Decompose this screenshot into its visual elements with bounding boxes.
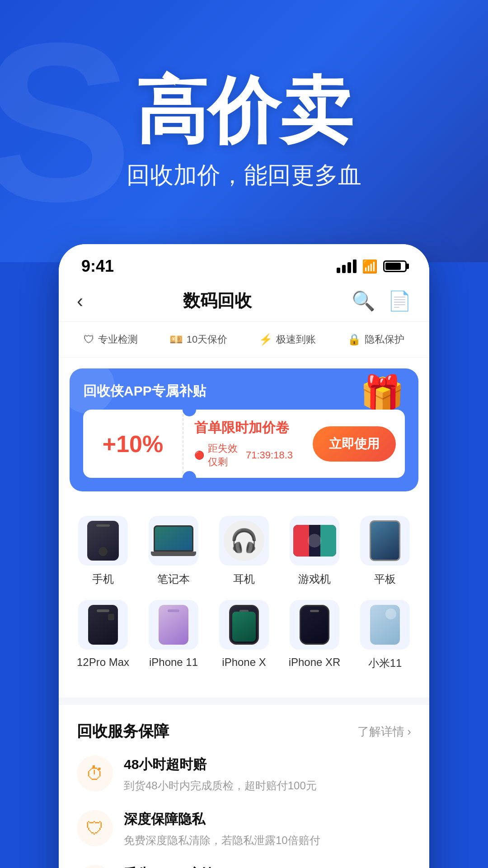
coupon-discount-section: +10% <box>83 417 183 471</box>
earphone-category-image: 🎧 <box>219 516 269 566</box>
hero-title: 高价卖 <box>136 71 352 151</box>
category-iphonexr-label: iPhone XR <box>289 656 341 669</box>
status-time: 9:41 <box>81 257 114 276</box>
iphonexr-image <box>290 600 339 650</box>
signal-icon <box>337 259 357 273</box>
guarantee-content-1: 48小时超时赔 到货48小时内完成质检，超时赔付100元 <box>124 755 317 794</box>
promo-label: 回收侠APP专属补贴 <box>83 382 405 401</box>
phone-category-image <box>78 516 128 566</box>
category-phone[interactable]: 手机 <box>68 516 138 586</box>
chevron-right-icon: › <box>407 725 411 739</box>
guarantee-title: 回收服务保障 <box>77 721 169 742</box>
badge-privacy: 🔒 隐私保护 <box>347 333 404 346</box>
guarantee-content-3: 丢失100%赔付 快递丢失保障赔付 <box>124 865 213 868</box>
guarantee-content-2: 深度保障隐私 免费深度隐私清除，若隐私泄露10倍赔付 <box>124 810 320 849</box>
timer-dot-icon: 🔴 <box>194 450 204 460</box>
promo-banner: 🎁 回收侠APP专属补贴 +10% 首单限时加价卷 🔴 距失效仅剩 71:39:… <box>70 368 418 491</box>
category-tablet[interactable]: 平板 <box>350 516 420 586</box>
xiaomi11-image <box>360 600 410 650</box>
category-iphonex-label: iPhone X <box>222 656 266 669</box>
badge-privacy-label: 隐私保护 <box>365 333 404 346</box>
lightning-icon: ⚡ <box>259 333 272 346</box>
badge-price-guarantee: 💴 10天保价 <box>169 333 227 346</box>
category-game[interactable]: 游戏机 <box>279 516 350 586</box>
guarantee-icon-2: 🛡 <box>77 810 113 846</box>
gift-decoration: 🎁 <box>360 373 405 415</box>
feature-badges: 🛡 专业检测 💴 10天保价 ⚡ 极速到账 🔒 隐私保护 <box>59 322 429 358</box>
guarantee-item-desc-2: 免费深度隐私清除，若隐私泄露10倍赔付 <box>124 832 320 849</box>
game-category-image <box>290 516 339 566</box>
category-laptop[interactable]: 笔记本 <box>138 516 209 586</box>
guarantee-header: 回收服务保障 了解详情 › <box>77 721 411 742</box>
lock-icon: 🔒 <box>347 333 361 346</box>
status-bar: 9:41 📶 <box>59 244 429 280</box>
badge-professional: 🛡 专业检测 <box>84 333 138 346</box>
nav-icons: 🔍 📄 <box>352 290 411 312</box>
status-icons: 📶 <box>337 259 407 274</box>
category-12promax[interactable]: 12Pro Max <box>68 600 138 670</box>
nav-title: 数码回收 <box>183 289 252 312</box>
coupon-card: +10% 首单限时加价卷 🔴 距失效仅剩 71:39:18.3 立即使用 <box>83 410 405 478</box>
category-iphonexr[interactable]: iPhone XR <box>279 600 350 670</box>
guarantee-item-title-2: 深度保障隐私 <box>124 810 320 829</box>
use-coupon-button[interactable]: 立即使用 <box>313 426 396 462</box>
phone-mockup: 9:41 📶 ‹ 数码回收 🔍 📄 <box>59 244 429 868</box>
laptop-category-image <box>149 516 198 566</box>
badge-fast-payment: ⚡ 极速到账 <box>259 333 316 346</box>
guarantee-icon-1: ⏱ <box>77 755 113 792</box>
category-tablet-label: 平板 <box>374 572 396 586</box>
guarantee-item-3: 📦 丢失100%赔付 快递丢失保障赔付 <box>77 865 411 868</box>
section-divider <box>59 698 429 705</box>
category-12promax-label: 12Pro Max <box>77 656 129 669</box>
category-iphonex[interactable]: iPhone X <box>209 600 279 670</box>
badge-price-label: 10天保价 <box>187 333 227 346</box>
nav-bar: ‹ 数码回收 🔍 📄 <box>59 280 429 322</box>
guarantee-item-desc-1: 到货48小时内完成质检，超时赔付100元 <box>124 778 317 794</box>
battery-icon <box>383 260 407 272</box>
category-game-label: 游戏机 <box>298 572 331 586</box>
category-earphone-label: 耳机 <box>233 572 255 586</box>
category-xiaomi11-label: 小米11 <box>368 656 402 670</box>
yuan-icon: 💴 <box>169 333 183 346</box>
category-phone-label: 手机 <box>92 572 114 586</box>
coupon-title: 首单限时加价卷 <box>194 419 293 437</box>
guarantee-more-link[interactable]: 了解详情 › <box>357 724 411 740</box>
document-icon[interactable]: 📄 <box>388 290 411 312</box>
guarantee-icon-3: 📦 <box>77 865 113 868</box>
badge-fast-label: 极速到账 <box>276 333 316 346</box>
shield-icon: 🛡 <box>86 818 104 839</box>
hero-subtitle: 回收加价，能回更多血 <box>127 160 361 191</box>
clock-icon: ⏱ <box>86 764 104 784</box>
guarantee-item-1: ⏱ 48小时超时赔 到货48小时内完成质检，超时赔付100元 <box>77 755 411 794</box>
category-xiaomi11[interactable]: 小米11 <box>350 600 420 670</box>
iphone11-image <box>149 600 198 650</box>
timer-value: 71:39:18.3 <box>246 449 293 461</box>
category-laptop-label: 笔记本 <box>157 572 190 586</box>
category-iphone11[interactable]: iPhone 11 <box>138 600 209 670</box>
guarantee-section: 回收服务保障 了解详情 › ⏱ 48小时超时赔 到货48小时内完成质检，超时赔付… <box>59 705 429 868</box>
coupon-discount-text: +10% <box>103 431 163 457</box>
guarantee-item-title-1: 48小时超时赔 <box>124 755 317 774</box>
hero-section: 高价卖 回收加价，能回更多血 <box>0 0 488 262</box>
tablet-category-image <box>360 516 410 566</box>
coupon-timer: 🔴 距失效仅剩 71:39:18.3 <box>194 442 293 469</box>
main-category-grid: 手机 笔记本 🎧 耳机 <box>68 516 420 684</box>
guarantee-item-title-3: 丢失100%赔付 <box>124 865 213 868</box>
iphonex-image <box>219 600 269 650</box>
guarantee-item-2: 🛡 深度保障隐私 免费深度隐私清除，若隐私泄露10倍赔付 <box>77 810 411 849</box>
shield-check-icon: 🛡 <box>84 333 94 346</box>
coupon-info: 首单限时加价卷 🔴 距失效仅剩 71:39:18.3 <box>183 410 304 478</box>
search-icon[interactable]: 🔍 <box>352 290 375 312</box>
back-button[interactable]: ‹ <box>77 290 83 312</box>
timer-label: 距失效仅剩 <box>208 442 242 469</box>
badge-professional-label: 专业检测 <box>98 333 138 346</box>
12promax-image <box>78 600 128 650</box>
wifi-icon: 📶 <box>362 259 378 274</box>
category-section: 手机 笔记本 🎧 耳机 <box>59 502 429 698</box>
category-earphone[interactable]: 🎧 耳机 <box>209 516 279 586</box>
guarantee-more-label: 了解详情 <box>357 724 404 740</box>
category-iphone11-label: iPhone 11 <box>149 656 198 669</box>
